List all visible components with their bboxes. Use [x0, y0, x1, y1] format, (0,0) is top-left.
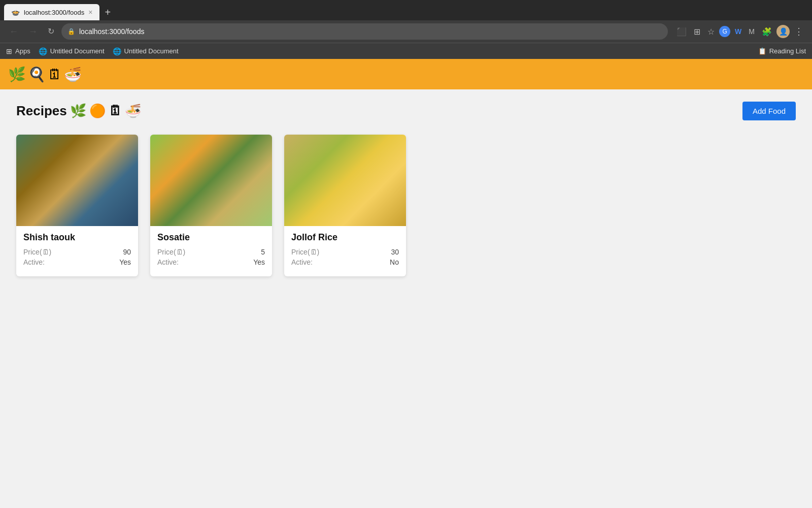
extension-g-button[interactable]: G: [719, 26, 730, 37]
active-tab[interactable]: 🍲 localhost:3000/foods ×: [4, 4, 99, 20]
page-title: Recipes 🌿 🟠 🗓 🍜: [16, 103, 141, 119]
food-card-body: Sosatie Price(🗓) 5 Active: Yes: [150, 226, 272, 276]
profile-avatar[interactable]: 👤: [776, 25, 790, 38]
new-tab-button[interactable]: +: [101, 7, 114, 18]
logo-icon-1: 🌿: [8, 66, 26, 83]
reading-list-label: Reading List: [769, 47, 806, 55]
page-content: Recipes 🌿 🟠 🗓 🍜 Add Food Shish taouk Pri…: [0, 89, 812, 506]
cast-button[interactable]: ⬛: [674, 25, 689, 39]
page-header: Recipes 🌿 🟠 🗓 🍜 Add Food: [16, 102, 796, 120]
globe-icon-1: 🌐: [39, 47, 47, 55]
food-grid: Shish taouk Price(🗓) 90 Active: Yes Sosa…: [16, 135, 796, 276]
site-header: 🌿 🍳 🗓 🍜: [0, 59, 812, 89]
food-price-row: Price(🗓) 30: [291, 248, 399, 256]
page-title-icon-3: 🗓: [109, 103, 122, 119]
bookmark-star-button[interactable]: ☆: [705, 25, 717, 39]
nav-actions: ⬛ ⊞ ☆ G W M 🧩 👤 ⋮: [674, 24, 806, 39]
logo-icon-3: 🗓: [48, 66, 62, 83]
extension-w-button[interactable]: W: [732, 25, 744, 38]
food-price-label: Price(🗓): [23, 248, 51, 256]
tab-favicon: 🍲: [11, 8, 20, 16]
food-active-value: Yes: [119, 258, 131, 266]
bookmark-label-2: Untitled Document: [124, 47, 179, 55]
browser-chrome: 🍲 localhost:3000/foods × + ← → ↻ 🔒 ⬛ ⊞ ☆…: [0, 0, 812, 59]
bookmarks-bar: ⊞ Apps 🌐 Untitled Document 🌐 Untitled Do…: [0, 43, 812, 59]
food-active-label: Active:: [157, 258, 179, 266]
food-card-image: [284, 135, 406, 226]
food-price-row: Price(🗓) 90: [23, 248, 131, 256]
tab-search-button[interactable]: ⊞: [691, 25, 703, 39]
food-card-title: Shish taouk: [23, 232, 131, 243]
food-card-title: Jollof Rice: [291, 232, 399, 243]
reading-list-icon: 📋: [758, 47, 766, 55]
logo-icon-4: 🍜: [64, 66, 82, 83]
tab-bar: 🍲 localhost:3000/foods × +: [0, 0, 812, 20]
food-active-row: Active: Yes: [157, 258, 265, 266]
food-price-row: Price(🗓) 5: [157, 248, 265, 256]
chrome-menu-button[interactable]: ⋮: [792, 24, 806, 39]
back-button[interactable]: ←: [6, 25, 21, 38]
food-active-label: Active:: [23, 258, 45, 266]
address-bar-wrap[interactable]: 🔒: [61, 23, 668, 40]
apps-label: Apps: [15, 47, 30, 55]
address-bar[interactable]: [79, 27, 662, 36]
food-price-value: 5: [261, 248, 265, 256]
add-food-button[interactable]: Add Food: [742, 102, 796, 120]
tab-close-button[interactable]: ×: [88, 8, 92, 16]
page-title-icon-2: 🟠: [89, 103, 106, 119]
food-price-value: 90: [123, 248, 131, 256]
reading-list-button[interactable]: 📋 Reading List: [758, 47, 806, 55]
tab-title: localhost:3000/foods: [24, 9, 84, 16]
extensions-button[interactable]: 🧩: [759, 25, 774, 39]
nav-bar: ← → ↻ 🔒 ⬛ ⊞ ☆ G W M 🧩 👤 ⋮: [0, 20, 812, 43]
food-price-value: 30: [391, 248, 399, 256]
food-active-row: Active: Yes: [23, 258, 131, 266]
food-card[interactable]: Shish taouk Price(🗓) 90 Active: Yes: [16, 135, 138, 276]
food-active-label: Active:: [291, 258, 313, 266]
food-active-value: Yes: [253, 258, 265, 266]
bookmark-label-1: Untitled Document: [50, 47, 105, 55]
food-card-body: Shish taouk Price(🗓) 90 Active: Yes: [16, 226, 138, 276]
food-card[interactable]: Jollof Rice Price(🗓) 30 Active: No: [284, 135, 406, 276]
food-card[interactable]: Sosatie Price(🗓) 5 Active: Yes: [150, 135, 272, 276]
logo-icon-2: 🍳: [28, 66, 46, 83]
food-card-title: Sosatie: [157, 232, 265, 243]
globe-icon-2: 🌐: [113, 47, 121, 55]
food-card-image: [150, 135, 272, 226]
page-title-text: Recipes: [16, 103, 67, 119]
food-card-image: [16, 135, 138, 226]
site-logo: 🌿 🍳 🗓 🍜: [8, 66, 82, 83]
food-active-row: Active: No: [291, 258, 399, 266]
lock-icon: 🔒: [67, 28, 75, 35]
food-price-label: Price(🗓): [157, 248, 185, 256]
apps-bookmark[interactable]: ⊞ Apps: [6, 47, 30, 55]
food-card-body: Jollof Rice Price(🗓) 30 Active: No: [284, 226, 406, 276]
bookmark-untitled-2[interactable]: 🌐 Untitled Document: [113, 47, 179, 55]
food-price-label: Price(🗓): [291, 248, 319, 256]
apps-icon: ⊞: [6, 47, 12, 55]
extension-m-button[interactable]: M: [746, 25, 757, 38]
food-active-value: No: [390, 258, 399, 266]
bookmark-untitled-1[interactable]: 🌐 Untitled Document: [39, 47, 105, 55]
refresh-button[interactable]: ↻: [45, 25, 57, 38]
forward-button[interactable]: →: [25, 25, 41, 38]
page-title-icon-4: 🍜: [125, 103, 141, 119]
page-title-icon-1: 🌿: [70, 103, 86, 119]
